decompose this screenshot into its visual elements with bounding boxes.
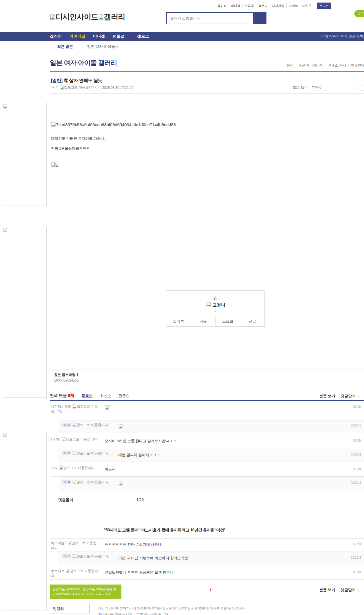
toplink-dcgame[interactable]: 디시게임 [270,4,287,8]
scrap-button[interactable]: 스크랩 [215,316,240,327]
nav-person-gallery[interactable]: 인물갤 [113,34,125,39]
comment-text: 아노잼 [105,467,115,472]
comment-date: 03.30 [353,542,361,546]
close-comments-button[interactable]: 댓글닫기 [341,587,355,593]
broken-image-icon [72,404,76,409]
nav-gallog[interactable]: 갤로그 [137,34,149,39]
close-comments-button[interactable]: 댓글닫기 [341,393,355,399]
gallog-link[interactable]: 갤로그로 이동합니다. [76,451,109,455]
gallog-link[interactable]: 갤로그로 이동합니다. [76,423,109,427]
night-mode-button[interactable]: 야간 모드 [354,10,364,17]
comment-row: HYNU 갤로그로 이동합니다. 모자이크하면 보통 한다고 알려주지않냐ㅋㅋ … [50,435,364,448]
separator: | [99,86,100,90]
toplink-minigal[interactable]: 미니갤 [229,4,243,8]
search-input[interactable] [167,13,253,24]
commenter-nickname[interactable]: ㅇ.ㅇ [62,423,71,427]
side-ad-slot[interactable] [2,432,47,610]
comment-row: ㅇㅇ 갤로그로 이동합니다. 아노잼 03.30 [50,464,364,477]
recent-visit-label[interactable]: 최근 방문 [57,44,73,49]
comment-nickname-input[interactable] [50,604,90,614]
gallog-link[interactable]: 갤로그로 이동합니다. [66,437,98,441]
post-author-nickname[interactable]: ㅇ.ㅇ [51,85,59,90]
title-divider [50,71,364,72]
side-ad-slot[interactable] [2,103,47,206]
fixed-nick-row: 고정닉 [166,302,264,308]
settings-button[interactable]: 설정 [284,63,296,68]
broken-image-icon [3,433,7,437]
gallog-link[interactable]: 갤로그로 이동합니다. [64,85,97,90]
breadcrumb-gallery-name[interactable]: 일본 여자 아이돌ⓜ [87,44,118,49]
comment-date: 03.30 2 [351,556,361,559]
broken-image-icon [206,302,211,307]
commenter-nickname[interactable]: ㅇ.ㅇ [62,451,71,455]
commenter-nickname[interactable]: 쿠로시로 [51,569,65,573]
gallog-link[interactable]: 갤로그로 이동합니다. [76,480,109,484]
comment-image: '' [118,480,123,485]
broken-image-icon [72,423,76,427]
share-button[interactable]: 공유 [191,316,216,327]
copy-gallery-url-button[interactable]: 갤주소 복사 [326,63,348,68]
sort-reply-tab[interactable]: 답글순 [119,393,130,398]
login-button[interactable]: 로그인 [317,3,331,9]
comment-row: 쿠로시로 갤로그로 이동합니다. 큰일날뻔했네 ㅋㅋㅋ 초상권은 잘 지켜주네 … [50,567,364,580]
toplink-dccon[interactable]: 디시콘 [300,4,314,8]
related-galleries-button[interactable]: 연관 갤러리(3/8) [296,63,326,68]
comment-image-alt: + [109,404,110,407]
commenter-nickname[interactable]: 나가타시오리 [51,405,71,409]
gallog-link[interactable]: 갤로그로 이동합니다. [76,554,109,558]
broken-image-icon [59,85,64,90]
broken-image-icon [50,14,55,20]
gallog-link[interactable]: 갤로그로 이동합니다. [63,466,96,470]
post-image-1[interactable]: 7ced8076b58a6af03ceb98bf06d604034c0c1d0c… [51,122,176,127]
guide-button[interactable]: 이용안내 [349,63,364,68]
comment-count-icon[interactable] [359,85,364,91]
nav-mini-gallery[interactable]: 미니갤 [93,34,105,39]
commenter-nickname[interactable]: 이즈리얼8 [51,541,67,545]
reply-row: ㅇ.ㅇ 갤로그로 이동합니다. 대뜸 말부터 걸어서ㅋㅋㅋ 03.30 2 [59,449,364,462]
view-post-button[interactable]: 본문 보기 [319,393,335,399]
toplink-event[interactable]: 이벤트 [287,4,300,8]
broken-image-icon [59,466,63,470]
yesterday-comment-stats: 어제 2,649,676개 댓글 등록 [321,32,363,41]
silbechu-button[interactable]: 실베추 [166,316,191,327]
stats-prefix: 어제 [321,34,328,38]
nav-gallery[interactable]: 갤러리 [50,34,62,39]
post-title: [일반] 휴 살자 안해도 될듯 [51,78,102,84]
post-image-2[interactable]: 2 [51,162,58,167]
sort-registered-tab[interactable]: 등록순 [82,393,93,398]
page: 갤러리 미니갤 인물갤 갤로그 디시게임 이벤트 디시콘 로그인 야간 모드 디… [0,0,364,615]
attachment-filename[interactable]: 1000082624.jpg [54,378,361,382]
comment-text: 큰일날뻔했네 ㅋㅋㅋ 초상권은 잘 지켜주네 [105,570,173,575]
broken-image-icon [72,451,76,455]
comments-toggle-top: 본문 보기 | 댓글닫기 | [319,393,361,399]
breadcrumb: 최근 방문 일본 여자 아이돌ⓜ [50,41,364,52]
toplink-gallery[interactable]: 갤러리 [215,4,229,8]
reply-row: ㅇ.ㅇ 갤로그로 이동합니다. '' 03.30 2 [59,477,364,491]
commenter-nickname[interactable]: ㅇㅇ [51,466,58,470]
toplink-persongal[interactable]: 인물갤 [243,4,256,8]
comment-page-1[interactable]: 1 [210,588,212,592]
view-post-button[interactable]: 본문 보기 [319,587,335,593]
recommend-count: 추천 0 [312,85,321,90]
search-button[interactable] [253,13,266,24]
inline-ad-text[interactable]: "50대에도 모델 몸매" 야노시호가 몸매 유지하려고 10년간 유지한 '이… [104,528,225,533]
comments-total-label: 전체 댓글 [50,393,67,398]
commenter-nickname[interactable]: ㅇ.ㅇ [62,554,71,558]
breadcrumb-gallery-text: 일본 여자 아이돌 [87,44,115,49]
toplink-gallog[interactable]: 갤로그 [256,4,270,8]
guest-nickname-notice: 일갤러는 갤러리에서 권장하는 비회원 전용 갤닉네임입니다. (삭제 시 닉네… [50,585,121,599]
comment-date: 03.30 2 [351,481,361,484]
site-logo[interactable]: 디시인사이드 갤러리 [50,12,125,22]
side-ad-slot[interactable] [2,227,47,398]
comment-textarea[interactable]: 타인의 권리를 침해하거나 명예를 훼손하는 댓글은 운영원칙 및 관련 법률에… [98,605,340,615]
commenter-nickname[interactable]: HYNU [51,437,61,441]
comment-row: 이즈리얼8 갤로그로 이동합니다. ㅋㅋㅋㅋㅋㅋ 진짜 순식간네 나오네 03.… [50,538,364,552]
report-button[interactable]: 신고 [240,316,265,327]
comment-image: + [105,404,110,410]
gallery-title[interactable]: 일본 여자 아이돌 갤러리 [50,58,117,67]
commenter-nickname[interactable]: ㅇ.ㅇ [62,480,71,484]
gallery-tools: 설정 연관 갤러리(3/8) 갤주소 복사 이용안내 [284,63,364,68]
nav-minor-gallery[interactable]: 마이너갤 [69,34,85,39]
stats-suffix: 개 댓글 등록 [344,34,363,38]
sort-newest-tab[interactable]: 최신순 [100,393,111,398]
